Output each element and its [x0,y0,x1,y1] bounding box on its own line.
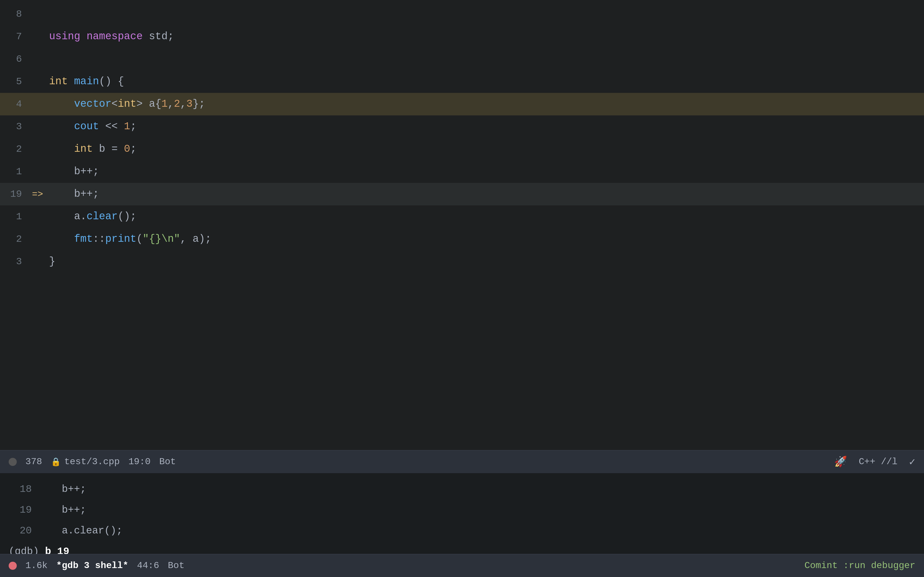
code-line: 6 [0,48,924,70]
lock-icon: 🔒 [51,457,61,467]
code-line: 7 using namespace std; [0,26,924,48]
code-line: 5 int main() { [0,70,924,93]
terminal-code-line: 19 b++; [0,500,924,521]
terminal-code-line: 20 a.clear(); [0,521,924,541]
lang-indicator: C++ //l [859,456,897,467]
status-dot [9,458,17,466]
terminal-mode: Bot [168,560,184,571]
code-editor: 8 7 using namespace std; 6 5 int main() … [0,0,924,276]
editor-status-bar: 378 🔒 test/3.cpp 19:0 Bot 🚀 C++ //l ✓ [0,450,924,473]
code-line: 4 vector<int> a{1,2,3}; [0,93,924,115]
code-line: 8 [0,3,924,26]
red-dot [9,562,17,570]
line-count: 378 [26,456,42,467]
check-icon: ✓ [909,456,915,468]
terminal-status-bar: 1.6k *gdb 3 shell* 44:6 Bot Comint :run … [0,554,924,577]
code-line: 2 fmt::print("{}\n", a); [0,228,924,250]
editor-pane: 8 7 using namespace std; 6 5 int main() … [0,0,924,450]
rocket-icon: 🚀 [834,456,847,468]
code-line: 1 a.clear(); [0,205,924,228]
code-line: 1 b++; [0,160,924,183]
editor-status-right: 🚀 C++ //l ✓ [834,456,915,468]
code-line: 2 int b = 0; [0,138,924,160]
terminal-position: 44:6 [137,560,159,571]
editor-mode: Bot [159,456,176,467]
cursor-position: 19:0 [129,456,151,467]
current-code-line: 19 => b++; [0,183,924,205]
code-line: 3 cout << 1; [0,115,924,138]
terminal-count: 1.6k [26,560,48,571]
terminal-status-right: Comint :run debugger [804,560,915,571]
terminal-code-line: 18 b++; [0,479,924,500]
code-line: 3 } [0,250,924,273]
file-lock: 🔒 test/3.cpp [51,456,120,467]
terminal-title: *gdb 3 shell* [56,560,129,571]
